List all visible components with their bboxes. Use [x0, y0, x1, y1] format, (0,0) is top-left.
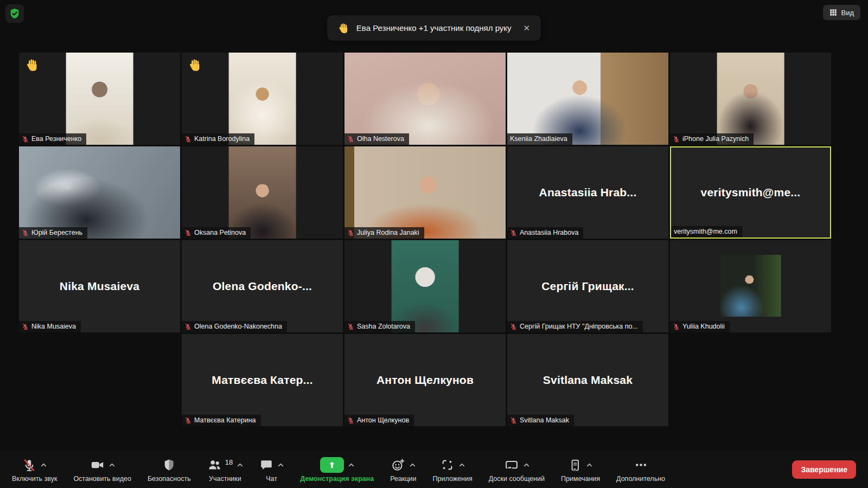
toolbar-item-label: Остановить видео: [73, 475, 131, 483]
participant-tile[interactable]: Olha Nesterova: [344, 53, 506, 145]
share-screen-button[interactable]: Демонстрация экрана: [300, 457, 374, 483]
chevron-up-icon[interactable]: [41, 460, 47, 470]
muted-mic-icon: [184, 323, 192, 330]
camera-button[interactable]: Остановить видео: [73, 457, 131, 483]
participant-name-text: Kseniia Zhadiaieva: [510, 135, 567, 143]
participant-name-text: Katrina Borodylina: [194, 135, 250, 143]
notification-text: Ева Резниченко +1 участник поднял руку: [356, 23, 512, 33]
participant-tile[interactable]: Ева Резниченко: [19, 53, 180, 145]
participant-tile[interactable]: Nika Musaieva Nika Musaieva: [19, 240, 180, 332]
toolbar-item-label: Дополнительно: [616, 475, 665, 483]
participant-video: [717, 53, 784, 145]
muted-mic-icon: [22, 136, 29, 143]
participant-tile[interactable]: Katrina Borodylina: [182, 53, 343, 145]
participant-tile[interactable]: Антон Щелкунов Антон Щелкунов: [344, 334, 506, 426]
chevron-up-icon[interactable]: [278, 460, 284, 470]
participant-name-text: Olha Nesterova: [357, 135, 404, 143]
chevron-up-icon[interactable]: [524, 460, 529, 470]
participant-video: [507, 53, 668, 145]
participant-video: [228, 146, 296, 239]
participant-tile[interactable]: iPhone Julia Pazynich: [670, 53, 831, 145]
participant-tile[interactable]: Juliya Rodina Janaki: [344, 146, 506, 239]
whiteboard-button[interactable]: Доски сообщений: [489, 457, 545, 483]
toolbar-item-label: Включить звук: [12, 475, 57, 483]
participant-name-label: Юрій Берестень: [19, 227, 87, 239]
meeting-toolbar: Включить звук Остановить видео Безопасно…: [0, 451, 868, 488]
participant-name-label: Антон Щелкунов: [344, 415, 414, 426]
participant-name-text: Сергій Грищак НТУ "Дніпровська по...: [520, 323, 638, 330]
muted-mic-icon: [347, 229, 354, 236]
muted-mic-icon: [347, 417, 354, 424]
muted-mic-icon: [184, 229, 192, 236]
participant-tile[interactable]: Anastasiia Hrab... Anastasiia Hrabova: [507, 146, 668, 239]
toolbar-item-label: Приложения: [433, 475, 473, 483]
close-icon[interactable]: ✕: [524, 23, 531, 33]
view-button[interactable]: Вид: [823, 5, 860, 20]
encryption-shield-icon[interactable]: [5, 4, 24, 23]
toolbar-item-label: Участники: [209, 475, 241, 483]
participant-video: [391, 240, 459, 332]
participant-name-text: Матвєєва Катерина: [194, 416, 256, 424]
participant-video: [344, 146, 506, 239]
participant-display-name: Olena Godenko-...: [182, 240, 343, 332]
participant-name-label: veritysmith@me.com: [671, 226, 742, 237]
muted-mic-icon: [510, 323, 517, 330]
participant-tile[interactable]: Svitlana Maksak Svitlana Maksak: [507, 334, 668, 426]
apps-icon: [440, 458, 455, 472]
participant-name-label: Sasha Zolotarova: [344, 321, 415, 332]
muted-mic-icon: [510, 417, 517, 424]
chevron-up-icon[interactable]: [459, 460, 465, 470]
security-shield-button[interactable]: Безопасность: [148, 457, 191, 483]
participant-tile[interactable]: Kseniia Zhadiaieva: [507, 53, 668, 145]
participant-tile[interactable]: veritysmith@me... veritysmith@me.com: [670, 146, 831, 239]
notes-button[interactable]: Примечания: [561, 457, 600, 483]
camera-icon: [90, 458, 105, 472]
participant-tile[interactable]: Yuliia Khudolii: [670, 240, 831, 332]
chevron-up-icon[interactable]: [237, 460, 243, 470]
participant-name-label: Olha Nesterova: [344, 133, 409, 145]
end-meeting-button[interactable]: Завершение: [792, 460, 856, 479]
participant-name-text: Svitlana Maksak: [520, 416, 569, 424]
raised-hand-icon: [338, 22, 350, 34]
participant-name-text: Nika Musaieva: [31, 323, 76, 330]
chevron-up-icon[interactable]: [348, 460, 354, 470]
share-screen-icon: [320, 457, 344, 473]
participant-tile[interactable]: Юрій Берестень: [19, 146, 180, 239]
more-icon: [634, 458, 648, 472]
participant-tile[interactable]: Olena Godenko-... Olena Godenko-Nakonech…: [182, 240, 343, 332]
participant-name-label: Kseniia Zhadiaieva: [507, 133, 572, 145]
participant-name-label: iPhone Julia Pazynich: [670, 133, 754, 145]
chevron-up-icon[interactable]: [109, 460, 115, 470]
participant-video: [228, 53, 296, 145]
apps-button[interactable]: Приложения: [433, 457, 473, 483]
mic-muted-button[interactable]: Включить звук: [12, 457, 57, 483]
muted-mic-icon: [22, 323, 29, 330]
participant-name-text: Ева Резниченко: [31, 135, 81, 143]
participant-tile[interactable]: Sasha Zolotarova: [344, 240, 506, 332]
participant-name-label: Juliya Rodina Janaki: [344, 227, 424, 239]
participant-name-text: Антон Щелкунов: [357, 416, 409, 424]
participant-display-name: Nika Musaieva: [19, 240, 180, 332]
chat-button[interactable]: Чат: [259, 457, 284, 483]
chevron-up-icon[interactable]: [586, 460, 592, 470]
participant-tile[interactable]: Oksana Petinova: [182, 146, 343, 239]
participant-name-label: Сергій Грищак НТУ "Дніпровська по...: [507, 321, 643, 332]
participant-name-label: Матвєєва Катерина: [182, 415, 261, 426]
notes-icon: [568, 458, 582, 472]
participant-tile[interactable]: Сергій Грищак... Сергій Грищак НТУ "Дніп…: [507, 240, 668, 332]
participant-display-name: Антон Щелкунов: [344, 334, 506, 426]
participant-name-label: Oksana Petinova: [182, 227, 251, 239]
participant-tile[interactable]: Матвєєва Катер... Матвєєва Катерина: [182, 334, 343, 426]
participant-display-name: Сергій Грищак...: [507, 240, 668, 332]
more-button[interactable]: Дополнительно: [616, 457, 665, 483]
view-button-label: Вид: [841, 9, 854, 17]
reactions-button[interactable]: Реакции: [390, 457, 416, 483]
participant-name-text: Юрій Берестень: [31, 229, 82, 236]
chevron-up-icon[interactable]: [410, 460, 416, 470]
raised-hand-notification: Ева Резниченко +1 участник поднял руку ✕: [327, 15, 541, 41]
muted-mic-icon: [510, 229, 517, 236]
participants-count-badge: 18: [225, 458, 233, 466]
participant-display-name: Anastasiia Hrab...: [507, 146, 668, 239]
participants-button[interactable]: 18 Участники: [207, 457, 243, 483]
participant-video: [66, 53, 133, 145]
